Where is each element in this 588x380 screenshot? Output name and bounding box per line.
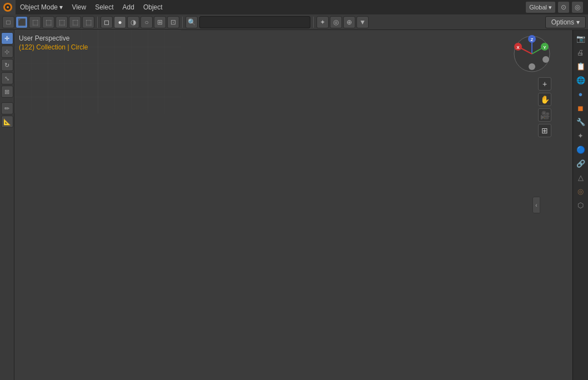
toolbar-icon-3[interactable]: ⬚ [42,16,54,28]
menu-view[interactable]: View [67,0,91,14]
wireframe-btn[interactable]: ◻ [100,16,113,28]
object-properties-btn[interactable]: ◼ [575,102,587,114]
menu-object-mode[interactable]: Object Mode ▾ [16,0,67,14]
physics-btn[interactable]: 🔵 [575,143,587,156]
camera-btn[interactable]: 🎥 [538,108,551,122]
top-menu-bar: Object Mode ▾ View Select Add Object Glo… [0,0,588,14]
global-dropdown[interactable]: Global ▾ [525,1,556,13]
world-properties-btn[interactable]: ● [575,88,587,100]
toolbar-left-icons: □ ⬛ ⬚ ⬚ ⬚ ⬚ ⬚ [2,16,94,28]
viewport-controls: + ✋ 🎥 ⊞ [538,77,551,137]
separator-3 [313,17,314,28]
left-toolbar: ✛ ⊹ ↻ ⤡ ⊞ ✏ 📐 [0,30,14,380]
proportional-icon[interactable]: ◎ [330,16,342,28]
toolbar: □ ⬛ ⬚ ⬚ ⬚ ⬚ ⬚ ◻ ● ◑ ○ ⊞ ⊡ 🔍 ✦ ◎ ⊕ ▼ Opti… [0,14,588,30]
toolbar-search-input[interactable] [199,16,310,28]
measure-tool[interactable]: 📐 [1,116,13,128]
svg-point-67 [529,63,535,70]
svg-text:Z: Z [531,37,534,42]
toolbar-icon-4[interactable]: ⬚ [56,16,68,28]
snap-magnet-btn[interactable]: ⊙ [557,1,570,13]
options-button[interactable]: Options ▾ [545,16,586,28]
orthographic-btn[interactable]: ⊞ [538,124,551,137]
toolbar-select-box[interactable]: □ [2,16,14,28]
xray-btn[interactable]: ⊡ [167,16,179,28]
material-btn[interactable]: ◎ [575,185,587,197]
global-label: Global [529,4,547,11]
render-properties-btn[interactable]: 📷 [575,32,587,44]
grab-btn[interactable]: ✋ [538,93,551,106]
overlay-btn[interactable]: ⊞ [154,16,166,28]
sidebar-collapse-btn[interactable]: ‹ [532,197,540,213]
scale-tool[interactable]: ⤡ [1,72,13,84]
filter-icon[interactable]: ▼ [356,16,369,28]
svg-point-2 [7,6,9,8]
output-properties-btn[interactable]: 🖨 [575,46,587,58]
rotate-tool[interactable]: ↻ [1,59,13,71]
rendered-btn[interactable]: ○ [140,16,153,28]
transform-tool[interactable]: ⊞ [1,86,13,98]
view-layer-btn[interactable]: 📋 [575,60,587,72]
svg-point-68 [542,56,549,63]
toolbar-icon-6[interactable]: ⬚ [82,16,94,28]
search-icon[interactable]: 🔍 [185,16,198,28]
viewport: User Perspective (122) Collection | Circ… [14,30,556,380]
options-label: Options [551,18,574,26]
proportional-edit-btn[interactable]: ◎ [571,1,584,13]
right-properties-panel: 📷 🖨 📋 🌐 ● ◼ 🔧 ✦ 🔵 🔗 △ ◎ ⬡ [572,30,588,380]
separator-2 [182,17,183,28]
annotate-tool[interactable]: ✏ [1,102,13,114]
constraints-btn[interactable]: 🔗 [575,157,587,169]
modifier-properties-btn[interactable]: 🔧 [575,116,587,128]
menu-object[interactable]: Object [139,0,167,14]
material-preview-btn[interactable]: ◑ [127,16,139,28]
transform-icon[interactable]: ⊕ [343,16,355,28]
viewport-perspective-label: User Perspective [19,34,69,42]
viewport-shading-icons: ◻ ● ◑ ○ ⊞ ⊡ [100,16,179,28]
svg-text:X: X [516,45,520,50]
navigation-gizmo[interactable]: Z Y X [512,34,551,73]
menu-add[interactable]: Add [118,0,139,14]
menu-select[interactable]: Select [91,0,118,14]
object-data-btn[interactable]: △ [575,171,587,183]
shader-btn[interactable]: ⬡ [575,199,587,211]
separator-1 [97,17,98,28]
toolbar-icon-1[interactable]: ⬛ [16,16,28,28]
zoom-in-btn[interactable]: + [538,77,551,91]
collection-label: (122) Collection | Circle [19,43,88,51]
solid-btn[interactable]: ● [114,16,126,28]
particles-btn[interactable]: ✦ [575,129,587,142]
svg-text:Y: Y [543,45,546,50]
toolbar-icon-2[interactable]: ⬚ [29,16,41,28]
toolbar-right-icons: ✦ ◎ ⊕ ▼ [316,16,369,28]
svg-rect-5 [14,30,181,113]
viewport-grid [14,30,181,113]
toolbar-icon-5[interactable]: ⬚ [69,16,81,28]
move-tool[interactable]: ⊹ [1,46,13,58]
snap-icon[interactable]: ✦ [316,16,329,28]
cursor-tool[interactable]: ✛ [1,32,13,44]
scene-properties-btn[interactable]: 🌐 [575,74,587,86]
blender-logo [0,0,16,14]
